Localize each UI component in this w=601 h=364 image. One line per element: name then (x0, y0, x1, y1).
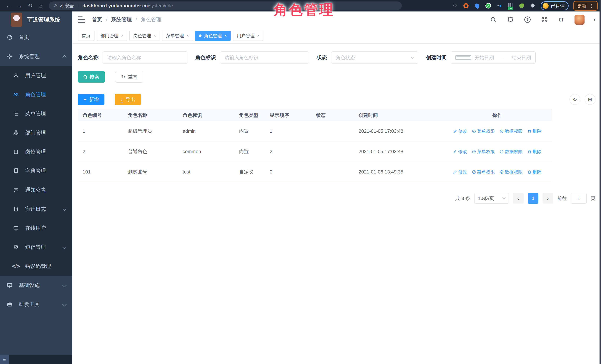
add-button[interactable]: + 新增 (78, 94, 104, 105)
browser-update-button[interactable]: 更新 ⋮ (573, 1, 598, 11)
profile-emoji-icon (543, 3, 549, 9)
col-header-id: 角色编号 (78, 112, 123, 118)
delete-link[interactable]: 删除 (528, 169, 541, 175)
browser-back-icon[interactable]: ← (3, 1, 14, 10)
column-settings-button[interactable]: ⊞ (585, 94, 595, 105)
sidebar-item-error-codes[interactable]: </> 错误码管理 (0, 257, 72, 276)
help-icon[interactable]: ? (523, 16, 531, 24)
address-bar[interactable]: ⚠ 不安全 | dashboard.yudao.iocoder.cn /syst… (49, 1, 402, 10)
chevron-down-icon (62, 283, 67, 287)
breadcrumb-home[interactable]: 首页 (92, 16, 102, 23)
sidebar-item-roles[interactable]: 角色管理 (0, 85, 72, 104)
search-button[interactable]: 搜索 (78, 71, 105, 83)
page-size-select[interactable]: 10条/页 (474, 193, 509, 204)
window-scrollbar[interactable] (600, 0, 601, 364)
search-icon[interactable] (489, 16, 498, 24)
sidebar-item-audit-log[interactable]: 审计日志 (0, 199, 72, 218)
table-row: 1 超级管理员 admin 内置 1 2021-01-05 17:03:48 修… (78, 121, 552, 141)
sidebar-item-departments[interactable]: 部门管理 (0, 123, 72, 142)
sidebar-item-dev-tools[interactable]: 研发工具 (0, 295, 72, 314)
org-tree-icon (13, 129, 19, 136)
announcement-icon (13, 187, 19, 193)
extension-pair-icon[interactable]: ▪▪◆ (496, 3, 502, 9)
browser-forward-icon[interactable]: → (14, 1, 25, 10)
chevron-down-icon (411, 55, 414, 59)
sidebar-collapse-icon[interactable]: ≡ (0, 355, 9, 364)
role-key-input[interactable] (225, 55, 304, 60)
columns-icon: ⊞ (588, 97, 592, 103)
export-button[interactable]: ↓ 导出 (115, 94, 141, 105)
page-number-current[interactable]: 1 (528, 193, 538, 204)
refresh-button[interactable]: ↻ (570, 94, 580, 105)
sidebar-item-sms[interactable]: 短信管理 (0, 237, 72, 257)
logo-rabbit-image (11, 13, 22, 27)
browser-home-icon[interactable]: ⌂ (36, 1, 46, 10)
extensions-puzzle-icon[interactable] (530, 3, 536, 9)
sidebar-item-announcements[interactable]: 通知公告 (0, 180, 72, 199)
close-icon[interactable]: × (154, 33, 156, 38)
edit-link[interactable]: 修改 (453, 169, 467, 175)
sidebar-item-menus[interactable]: 菜单管理 (0, 104, 72, 123)
data-permission-link[interactable]: 数据权限 (500, 128, 523, 134)
fullscreen-icon[interactable] (541, 16, 549, 24)
browser-menu-icon[interactable]: ⋮ (589, 3, 594, 9)
delete-link[interactable]: 删除 (528, 128, 541, 134)
tab-menus[interactable]: 菜单管理 × (162, 31, 193, 41)
logo[interactable]: 芋道管理系统 (0, 11, 72, 28)
tab-roles[interactable]: 角色管理 × (195, 31, 231, 41)
menu-permission-link[interactable]: 菜单权限 (472, 169, 495, 175)
not-secure-label[interactable]: 不安全 (60, 3, 74, 9)
tab-label: 菜单管理 (166, 33, 184, 39)
sidebar-item-system[interactable]: 系统管理 (0, 47, 72, 66)
sidebar-item-online-users[interactable]: 在线用户 (0, 218, 72, 237)
tab-departments[interactable]: 部门管理 × (97, 31, 127, 41)
date-start-placeholder: 开始日期 (475, 54, 494, 61)
avatar[interactable] (574, 15, 584, 25)
edit-link[interactable]: 修改 (453, 128, 467, 134)
sidebar-item-label: 审计日志 (25, 206, 46, 213)
font-size-icon[interactable]: tT (558, 16, 566, 24)
edit-link[interactable]: 修改 (453, 149, 467, 155)
browser-reload-icon[interactable]: ↻ (25, 1, 36, 10)
prev-page-button[interactable]: ‹ (513, 193, 524, 204)
sidebar-item-infrastructure[interactable]: 基础设施 (0, 276, 72, 295)
date-range-picker[interactable]: 开始日期 - 结束日期 (451, 51, 536, 64)
next-page-button[interactable]: › (542, 193, 553, 204)
menu-permission-link[interactable]: 菜单权限 (472, 149, 495, 155)
sidebar-item-users[interactable]: 用户管理 (0, 66, 72, 85)
role-page-content: 角色名称 角色标识 状态 角色状态 创建时间 开始日期 - (72, 44, 601, 364)
goto-page-input[interactable] (571, 193, 587, 204)
close-icon[interactable]: × (121, 33, 123, 38)
sidebar-footer: ≡ (0, 355, 72, 364)
roles-table: 角色编号 角色名称 角色标识 角色类型 显示顺序 状态 创建时间 操作 1 超级… (78, 109, 552, 182)
bookmark-star-icon[interactable]: ☆ (452, 3, 458, 9)
data-permission-link[interactable]: 数据权限 (500, 169, 523, 175)
menu-permission-link[interactable]: 菜单权限 (472, 128, 495, 134)
sidebar-item-home[interactable]: 首页 (0, 28, 72, 47)
tab-home[interactable]: 首页 (78, 31, 94, 41)
status-select[interactable]: 角色状态 (331, 51, 418, 64)
close-icon[interactable]: × (224, 33, 227, 38)
data-permission-link[interactable]: 数据权限 (500, 149, 523, 155)
tab-users[interactable]: 用户管理 × (233, 31, 263, 41)
extension-green-check-icon[interactable]: ✓ (485, 3, 491, 9)
breadcrumb-system[interactable]: 系统管理 (111, 16, 132, 23)
extension-orange-icon[interactable] (463, 3, 469, 9)
avatar-caret-down-icon[interactable]: ▾ (593, 17, 595, 22)
hamburger-icon[interactable] (78, 17, 85, 23)
extension-on-badge-icon[interactable]: on (507, 3, 514, 9)
close-icon[interactable]: × (187, 33, 189, 38)
github-icon[interactable] (506, 16, 514, 24)
sidebar-item-posts[interactable]: 岗位管理 (0, 142, 72, 161)
profile-paused-chip[interactable]: 已暂停 (541, 1, 569, 10)
extension-blue-drop-icon[interactable] (474, 3, 480, 9)
close-icon[interactable]: × (257, 33, 260, 38)
audit-log-icon (13, 206, 19, 212)
extension-leaf-icon[interactable] (518, 3, 525, 9)
role-name-input[interactable] (107, 55, 183, 60)
delete-link[interactable]: 删除 (528, 149, 541, 155)
cell-role-id: 101 (78, 169, 123, 175)
sidebar-item-dictionary[interactable]: 字典管理 (0, 161, 72, 180)
tab-posts[interactable]: 岗位管理 × (130, 31, 160, 41)
reset-button[interactable]: ↻ 重置 (115, 71, 143, 83)
